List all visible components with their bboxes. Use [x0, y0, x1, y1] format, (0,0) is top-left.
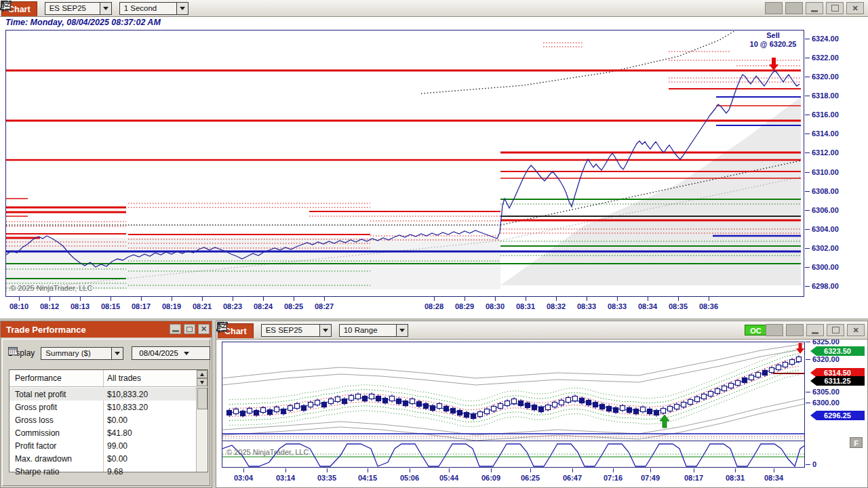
trade-performance-titlebar[interactable]: Trade Performance ✕	[1, 321, 212, 338]
chart-window-icon[interactable]	[344, 1, 360, 16]
table-row[interactable]: Total net profit$10,833.20	[9, 388, 197, 401]
toolbar-extra-button[interactable]	[786, 324, 804, 336]
draw-tool-icon[interactable]	[433, 323, 450, 338]
table-spinner	[197, 370, 208, 386]
time-info-line: Time: Monday, 08/04/2025 08:37:02 AM	[5, 18, 161, 27]
y-axis-label: 6322.00	[812, 54, 839, 62]
crosshair-icon[interactable]	[262, 1, 279, 16]
x-axis-label: 08:27	[315, 302, 334, 310]
window-buttons: ✕	[763, 324, 865, 336]
close-button[interactable]: ✕	[198, 324, 210, 334]
bar-chart-icon[interactable]	[531, 323, 547, 338]
properties-list-icon[interactable]	[360, 1, 376, 16]
bar-chart-icon[interactable]	[311, 1, 328, 16]
instrument-value: ES SEP25	[262, 326, 319, 334]
scatter-line-icon[interactable]	[547, 323, 564, 338]
copyright-text: © 2025 NinjaTrader, LLC	[10, 284, 92, 292]
price-chart-area[interactable]: © 2025 NinjaTrader, LLC	[222, 342, 805, 468]
table-scrollbar[interactable]	[196, 386, 208, 472]
y-axis-label: 6298.00	[812, 282, 839, 290]
close-button[interactable]: ✕	[846, 2, 864, 14]
interval-select[interactable]: 1 Second	[119, 2, 189, 15]
chart-window-top: Chart ES SEP25 1 Second ✕ Time: Monday, …	[0, 0, 868, 319]
bottom-toolbar: Chart ES SEP25 10 Range OC ✕	[216, 321, 867, 340]
x-axis-label: 08:31	[516, 302, 535, 310]
toolbar-extra-button[interactable]	[766, 324, 783, 336]
maximize-button[interactable]	[827, 324, 844, 336]
window-buttons: ✕	[167, 324, 210, 334]
x-axis-label: 03:04	[234, 474, 253, 482]
time-axis[interactable]: 03:0403:1403:3504:1505:0605:4406:0906:25…	[216, 468, 867, 486]
scroll-down-button[interactable]	[197, 378, 208, 386]
crosshair-icon[interactable]	[482, 323, 498, 338]
sell-execution-marker: Sell 10 @ 6320.25	[736, 31, 810, 49]
chart-window-icon[interactable]	[564, 323, 580, 338]
candlestick-icon[interactable]	[417, 323, 433, 338]
y-axis-label: 6320.00	[812, 355, 840, 363]
price-axis[interactable]: 6324.006322.006320.006318.006316.006314.…	[804, 30, 868, 297]
scrollbar-thumb[interactable]	[197, 388, 208, 409]
date-picker[interactable]: 08/04/2025	[132, 346, 210, 360]
copyright-text: © 2025 NinjaTrader, LLC	[226, 448, 309, 456]
f-panel-button[interactable]: F	[850, 437, 863, 448]
top-toolbar: Chart ES SEP25 1 Second ✕	[0, 0, 868, 17]
x-axis-label: 05:06	[400, 474, 419, 482]
x-axis-label: 08:28	[425, 302, 443, 310]
minimize-button[interactable]	[806, 324, 824, 336]
instrument-select[interactable]: ES SEP25	[45, 2, 112, 15]
data-box-icon[interactable]	[279, 1, 295, 16]
x-axis-label: 08:32	[547, 302, 566, 310]
table-row[interactable]: Sharpe ratio9.68	[9, 465, 197, 478]
performance-table: Performance All trades Total net profit$…	[9, 369, 208, 472]
x-axis-label: 05:44	[439, 474, 458, 482]
table-row[interactable]: Gross loss$0.00	[9, 413, 197, 426]
minimize-button[interactable]	[170, 324, 181, 334]
chevron-down-icon	[184, 352, 189, 358]
x-axis-label: 07:16	[604, 474, 623, 482]
y-axis-label: 6318.00	[812, 92, 839, 100]
toolbar-extra-button[interactable]	[785, 2, 803, 14]
table-row[interactable]: Max. drawdown$0.00	[9, 452, 197, 465]
x-axis-label: 08:19	[162, 302, 181, 310]
toolbar-extra-button[interactable]	[765, 2, 783, 14]
price-chart-area[interactable]: © 2025 NinjaTrader, LLC	[5, 30, 804, 297]
x-axis-label: 08:21	[193, 302, 212, 310]
x-axis-label: 08:31	[726, 474, 745, 482]
price-tag: 6323.50	[810, 346, 865, 356]
maximize-button[interactable]	[826, 2, 844, 14]
order-flag-icon[interactable]	[515, 323, 531, 338]
time-axis[interactable]: 08:1008:1208:1308:1508:1708:1908:2108:23…	[0, 297, 868, 317]
zoom-in-icon[interactable]	[230, 1, 246, 16]
toolbar-tools	[417, 323, 596, 338]
table-row[interactable]: Gross profit$10,833.20	[9, 401, 197, 413]
chevron-down-icon	[319, 325, 331, 336]
close-button[interactable]: ✕	[847, 324, 865, 336]
minimize-button[interactable]	[806, 2, 823, 14]
scatter-line-icon[interactable]	[328, 1, 344, 16]
chevron-down-icon	[111, 348, 123, 359]
scroll-up-button[interactable]	[197, 370, 208, 378]
x-axis-label: 08:36	[699, 302, 718, 310]
line-tool-icon[interactable]	[197, 1, 214, 16]
toolbar-tools	[197, 1, 376, 16]
maximize-button[interactable]	[184, 324, 195, 334]
y-axis-label: 6324.00	[812, 35, 839, 43]
draw-tool-icon[interactable]	[214, 1, 230, 16]
properties-list-icon[interactable]	[580, 323, 596, 338]
zoom-out-icon[interactable]	[246, 1, 262, 16]
table-row[interactable]: Commission$41.80	[9, 426, 197, 439]
data-box-icon[interactable]	[498, 323, 515, 338]
order-flag-icon[interactable]	[295, 1, 311, 16]
zoom-in-icon[interactable]	[450, 323, 466, 338]
x-axis-label: 08:24	[254, 302, 273, 310]
zoom-out-icon[interactable]	[466, 323, 482, 338]
display-select[interactable]: Summary ($)	[41, 347, 123, 360]
price-axis[interactable]: F 6325.006320.006305.006300.0006323.5063…	[805, 340, 867, 468]
interval-select[interactable]: 10 Range	[339, 324, 408, 337]
table-row[interactable]: Profit factor99.00	[9, 439, 197, 452]
instrument-select[interactable]: ES SEP25	[261, 324, 332, 337]
x-axis-label: 03:14	[276, 474, 295, 482]
y-axis-label: 6312.00	[812, 148, 839, 157]
y-axis-label: 6300.00	[812, 399, 840, 407]
interval-value: 10 Range	[340, 326, 396, 334]
